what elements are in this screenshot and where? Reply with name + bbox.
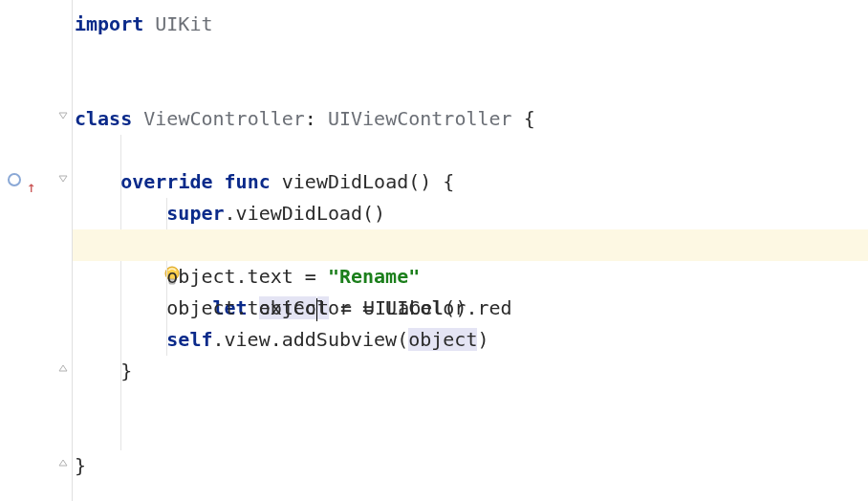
arrow-up-icon[interactable]: ↑ — [27, 171, 36, 203]
type-name: UIKit — [143, 12, 212, 35]
code-line-active[interactable]: let object = UILabel() — [73, 229, 868, 261]
keyword: import — [75, 12, 143, 35]
code-line[interactable] — [73, 419, 868, 450]
code-line[interactable]: override func viewDidLoad() { — [73, 166, 868, 198]
fold-toggle-icon[interactable] — [57, 110, 69, 121]
variable-selected: object — [408, 328, 477, 351]
fold-close-icon[interactable] — [57, 362, 69, 374]
intention-bulb-icon[interactable] — [94, 233, 113, 256]
code-line[interactable] — [73, 40, 868, 72]
keyword: func — [225, 170, 271, 193]
code-line[interactable]: } — [73, 450, 868, 482]
type-name: UIViewController — [328, 107, 512, 130]
keyword: self — [166, 328, 212, 351]
keyword: override — [120, 170, 212, 193]
code-line[interactable]: } — [73, 356, 868, 387]
code-line[interactable] — [73, 72, 868, 103]
type-name: ViewController — [132, 107, 305, 130]
code-line[interactable]: super.viewDidLoad() — [73, 198, 868, 229]
function-name: viewDidLoad — [271, 170, 409, 193]
fold-close-icon[interactable] — [57, 457, 69, 468]
code-line[interactable] — [73, 135, 868, 166]
fold-toggle-icon[interactable] — [57, 173, 69, 185]
keyword: super — [166, 202, 224, 225]
override-marker-icon[interactable] — [8, 173, 21, 186]
code-editor[interactable]: import UIKit class ViewController: UIVie… — [73, 0, 868, 501]
code-line[interactable]: object.text = "Rename" — [73, 261, 868, 293]
string-literal: "Rename" — [328, 265, 420, 288]
code-line[interactable]: class ViewController: UIViewController { — [73, 103, 868, 135]
editor-gutter: ↑ — [0, 0, 73, 501]
code-line[interactable]: self.view.addSubview(object) — [73, 324, 868, 356]
keyword: class — [75, 107, 132, 130]
code-line[interactable]: object.textColor = UIColor.red — [73, 293, 868, 324]
code-line[interactable] — [73, 387, 868, 419]
code-line[interactable]: import UIKit — [73, 9, 868, 40]
